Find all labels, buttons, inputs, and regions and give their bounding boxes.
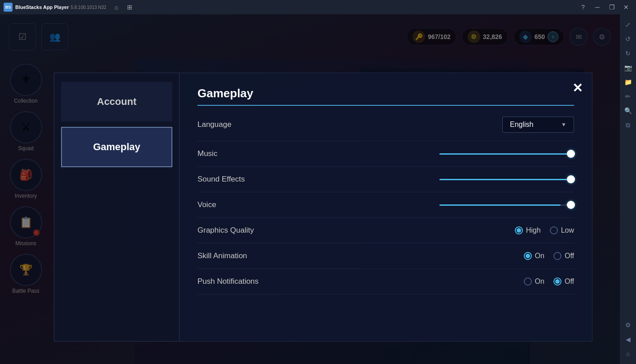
language-label: Language bbox=[197, 120, 310, 129]
music-slider-track bbox=[439, 153, 574, 155]
skill-animation-radio-group: On Off bbox=[524, 252, 574, 260]
push-notifications-radio-group: On Off bbox=[524, 277, 574, 286]
sidebar-rotate-right-button[interactable]: ↻ bbox=[621, 47, 635, 60]
window-controls: ? ─ ❐ ✕ bbox=[577, 3, 632, 12]
graphics-high-radio[interactable] bbox=[515, 226, 523, 234]
music-slider-fill bbox=[439, 153, 571, 155]
settings-menu: Account Gameplay bbox=[54, 73, 180, 342]
voice-slider-fill bbox=[439, 204, 561, 206]
bluestacks-logo: BS bbox=[4, 3, 13, 12]
voice-row: Voice bbox=[197, 192, 574, 218]
graphics-quality-radio-group: High Low bbox=[515, 226, 574, 234]
voice-slider[interactable] bbox=[439, 200, 574, 209]
push-notifications-off-label: Off bbox=[565, 277, 574, 286]
sidebar-folder-button[interactable]: 📁 bbox=[621, 75, 635, 89]
sidebar-settings-button[interactable]: ⚙ bbox=[621, 318, 635, 332]
skill-animation-on-radio[interactable] bbox=[524, 252, 532, 260]
sound-effects-control bbox=[310, 175, 574, 184]
sidebar-rotate-left-button[interactable]: ↺ bbox=[621, 32, 635, 46]
minimize-button[interactable]: ─ bbox=[591, 3, 604, 12]
graphics-quality-control: High Low bbox=[310, 226, 574, 234]
push-notifications-off-radio[interactable] bbox=[553, 277, 561, 286]
restore-button[interactable]: ❐ bbox=[605, 3, 618, 12]
skill-animation-off-label: Off bbox=[565, 252, 574, 260]
sound-effects-slider-fill bbox=[439, 179, 571, 180]
skill-animation-on-label: On bbox=[535, 252, 544, 260]
graphics-low-radio[interactable] bbox=[550, 226, 558, 234]
dropdown-arrow-icon: ▼ bbox=[561, 121, 566, 128]
sound-effects-row: Sound Effects bbox=[197, 167, 574, 192]
tabs-nav-button[interactable]: ⊞ bbox=[123, 3, 136, 12]
music-slider[interactable] bbox=[439, 149, 574, 158]
voice-slider-track bbox=[439, 204, 574, 206]
game-area: ☑ 👥 🔑 967/102 ⚙ 32,826 ◆ 650 + ✉ ⚙ ⚜ Col… bbox=[0, 14, 620, 364]
skill-animation-control: On Off bbox=[310, 252, 574, 260]
voice-label: Voice bbox=[197, 200, 310, 209]
push-notifications-on-option[interactable]: On bbox=[524, 277, 544, 286]
app-version: 5.8.100.1013 N32 bbox=[70, 5, 106, 10]
settings-content: Gameplay ✕ Language English ▼ Music bbox=[180, 73, 592, 342]
graphics-quality-row: Graphics Quality High Low bbox=[197, 218, 574, 243]
help-button[interactable]: ? bbox=[577, 3, 589, 12]
voice-control bbox=[310, 200, 574, 209]
settings-panel: Account Gameplay Gameplay ✕ Language Eng… bbox=[54, 73, 592, 342]
music-slider-thumb[interactable] bbox=[567, 150, 575, 158]
app-name: BlueStacks App Player bbox=[15, 4, 69, 10]
graphics-low-option[interactable]: Low bbox=[550, 226, 574, 234]
menu-item-gameplay[interactable]: Gameplay bbox=[61, 127, 172, 167]
menu-item-account[interactable]: Account bbox=[61, 82, 172, 121]
titlebar: BS BlueStacks App Player 5.8.100.1013 N3… bbox=[0, 0, 636, 14]
sound-effects-label: Sound Effects bbox=[197, 175, 310, 184]
sidebar-fullscreen-button[interactable]: ⤢ bbox=[621, 18, 635, 31]
push-notifications-on-radio[interactable] bbox=[524, 277, 532, 286]
language-control: English ▼ bbox=[310, 117, 574, 133]
push-notifications-label: Push Notifications bbox=[197, 277, 310, 286]
language-row: Language English ▼ bbox=[197, 108, 574, 141]
push-notifications-on-label: On bbox=[535, 277, 544, 286]
skill-animation-on-option[interactable]: On bbox=[524, 252, 544, 260]
graphics-high-label: High bbox=[526, 226, 541, 234]
skill-animation-off-option[interactable]: Off bbox=[553, 252, 574, 260]
sound-effects-slider[interactable] bbox=[439, 175, 574, 184]
language-dropdown[interactable]: English ▼ bbox=[502, 117, 574, 133]
home-nav-button[interactable]: ⌂ bbox=[110, 3, 123, 12]
graphics-low-label: Low bbox=[561, 226, 574, 234]
skill-animation-label: Skill Animation bbox=[197, 251, 310, 260]
sidebar-search-button[interactable]: 🔍 bbox=[621, 104, 635, 117]
music-row: Music bbox=[197, 141, 574, 167]
sidebar-layers-button[interactable]: ⧉ bbox=[621, 118, 635, 132]
voice-slider-thumb[interactable] bbox=[567, 201, 575, 209]
sound-effects-slider-track bbox=[439, 179, 574, 180]
graphics-high-option[interactable]: High bbox=[515, 226, 541, 234]
titlebar-nav: ⌂ ⊞ bbox=[110, 3, 136, 12]
sidebar-brush-button[interactable]: ✏ bbox=[621, 90, 635, 103]
music-label: Music bbox=[197, 149, 310, 158]
skill-animation-off-radio[interactable] bbox=[553, 252, 561, 260]
sidebar-home-button[interactable]: ⌂ bbox=[621, 347, 635, 360]
push-notifications-row: Push Notifications On Off bbox=[197, 269, 574, 295]
language-value: English bbox=[510, 121, 533, 129]
sidebar-back-button[interactable]: ◀ bbox=[621, 333, 635, 346]
graphics-quality-label: Graphics Quality bbox=[197, 226, 310, 235]
close-button[interactable]: ✕ bbox=[620, 3, 632, 12]
right-sidebar: ⤢ ↺ ↻ 📷 📁 ✏ 🔍 ⧉ ⚙ ◀ ⌂ bbox=[620, 14, 636, 364]
music-control bbox=[310, 149, 574, 158]
sound-effects-slider-thumb[interactable] bbox=[567, 175, 575, 183]
settings-title: Gameplay bbox=[197, 87, 574, 106]
push-notifications-off-option[interactable]: Off bbox=[553, 277, 574, 286]
push-notifications-control: On Off bbox=[310, 277, 574, 286]
settings-close-button[interactable]: ✕ bbox=[569, 80, 585, 96]
skill-animation-row: Skill Animation On Off bbox=[197, 243, 574, 269]
sidebar-screenshot-button[interactable]: 📷 bbox=[621, 61, 635, 74]
